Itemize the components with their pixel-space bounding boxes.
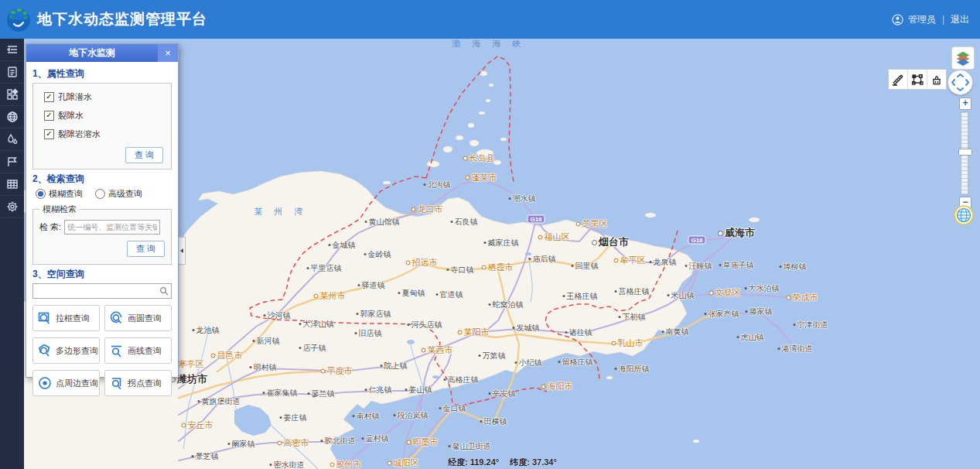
sidebar-item-settings[interactable] [0, 196, 24, 218]
pan-compass[interactable] [948, 70, 973, 95]
sidebar-item-flag[interactable] [0, 151, 24, 173]
search-icon [159, 286, 169, 296]
fuzzy-query-button[interactable]: 查 询 [127, 241, 165, 257]
checkbox-label: 孔隙潜水 [58, 91, 92, 103]
document-icon [6, 66, 19, 78]
longitude-label: 经度: [448, 457, 468, 467]
line-search-icon [109, 343, 125, 358]
checkbox-label: 裂隙岩溶水 [58, 128, 101, 140]
circle-query-button[interactable]: 画圆查询 [104, 305, 172, 331]
vertex-query-button[interactable]: 拐点查询 [104, 370, 172, 396]
panel-header[interactable]: 地下水监测 × [26, 44, 178, 62]
page-title: 地下水动态监测管理平台 [37, 9, 207, 29]
circle-search-icon [109, 310, 125, 326]
attribute-query-title: 1、属性查询 [32, 67, 172, 80]
globe-icon [6, 111, 19, 123]
spatial-query-title: 3、空间查询 [32, 268, 172, 281]
radio-icon[interactable] [36, 189, 46, 199]
blocks-icon [6, 88, 19, 101]
zoom-slider: + − [958, 98, 971, 209]
radio-fuzzy-query[interactable]: 模糊查询 [36, 188, 83, 200]
checkbox-fissure-water[interactable]: ✓ 裂隙水 [44, 110, 163, 122]
longitude-value: 119.24° [470, 457, 499, 467]
table-icon [6, 178, 19, 190]
basemap-layers-button[interactable] [951, 46, 975, 70]
logout-button[interactable]: 退出 [951, 13, 969, 26]
polygon-search-icon [37, 343, 53, 358]
spatial-button-label: 点周边查询 [56, 378, 98, 389]
gear-icon [6, 200, 19, 213]
polygon-area-icon [910, 73, 924, 87]
panel-title: 地下水监测 [26, 46, 158, 60]
attribute-query-box: ✓ 孔隙潜水 ✓ 裂隙水 ✓ 裂隙岩溶水 查 询 [32, 83, 172, 169]
checkbox-icon[interactable]: ✓ [44, 92, 54, 102]
sidebar-item-menu[interactable] [0, 39, 24, 61]
latitude-label: 纬度: [510, 457, 530, 467]
groundwater-query-panel: 地下水监测 × 1、属性查询 ✓ 孔隙潜水 ✓ 裂隙水 ✓ 裂隙岩溶水 查 询 … [26, 43, 179, 378]
search-query-title: 2、检索查询 [32, 173, 172, 186]
full-extent-globe-icon [954, 205, 974, 225]
search-mode-radios: 模糊查询 高级查询 [36, 188, 172, 200]
measure-area-button[interactable] [908, 70, 927, 89]
vertex-search-icon [109, 375, 125, 391]
layers-icon [954, 50, 971, 67]
keyword-search-input[interactable] [64, 220, 160, 234]
clear-icon [930, 73, 944, 87]
radio-label: 模糊查询 [49, 188, 83, 200]
full-extent-button[interactable] [954, 205, 974, 225]
point-buffer-icon [37, 375, 53, 391]
user-icon [892, 14, 903, 26]
latitude-value: 37.34° [532, 457, 557, 467]
water-drops-icon [6, 133, 19, 145]
radio-label: 高级查询 [108, 188, 142, 200]
attribute-query-button[interactable]: 查 询 [125, 147, 163, 163]
search-input-label: 检 索: [39, 221, 61, 233]
clear-graphics-button[interactable] [927, 70, 946, 89]
measure-distance-button[interactable] [889, 70, 908, 89]
ruler-icon [891, 73, 905, 87]
panel-close-button[interactable]: × [158, 44, 178, 62]
fuzzy-search-legend: 模糊检索 [39, 204, 80, 215]
point-buffer-query-button[interactable]: 点周边查询 [32, 370, 100, 396]
checkbox-icon[interactable]: ✓ [44, 129, 54, 139]
sidebar-item-groundwater[interactable] [0, 128, 24, 151]
radio-icon[interactable] [95, 189, 105, 199]
fuzzy-search-fieldset: 模糊检索 检 索: 查 询 [32, 204, 172, 265]
spatial-button-label: 拐点查询 [128, 378, 162, 389]
header-divider: | [942, 14, 944, 25]
rect-query-button[interactable]: 拉框查询 [32, 305, 100, 331]
spatial-button-label: 画圆查询 [128, 313, 162, 324]
menu-icon [6, 43, 19, 56]
sidebar-item-map[interactable] [0, 106, 24, 128]
checkbox-karst-water[interactable]: ✓ 裂隙岩溶水 [44, 128, 163, 140]
zoom-in-button[interactable]: + [959, 98, 971, 110]
checkbox-icon[interactable]: ✓ [44, 111, 54, 121]
app-header: 地下水动态监测管理平台 管理员 | 退出 [0, 0, 980, 39]
coordinate-readout: 经度: 119.24° 纬度: 37.34° [448, 457, 557, 468]
spatial-button-label: 拉框查询 [56, 313, 90, 324]
spatial-tools-grid: 拉框查询 画圆查询 多边形查询 画线查询 点周边查询 [32, 305, 172, 396]
zoom-handle[interactable] [958, 149, 972, 156]
radio-advanced-query[interactable]: 高级查询 [95, 188, 142, 200]
spatial-button-label: 多边形查询 [56, 345, 98, 357]
line-query-button[interactable]: 画线查询 [104, 337, 172, 364]
polygon-query-button[interactable]: 多边形查询 [32, 337, 100, 364]
user-name[interactable]: 管理员 [908, 13, 936, 26]
sidebar-item-blocks[interactable] [0, 84, 24, 106]
measure-toolbar [888, 69, 947, 90]
spatial-search-box [32, 283, 172, 299]
checkbox-label: 裂隙水 [58, 110, 84, 122]
sidebar-item-table[interactable] [0, 173, 24, 196]
spatial-search-input[interactable] [32, 283, 172, 299]
compass-icon [948, 70, 972, 94]
left-sidebar [0, 39, 24, 469]
checkbox-pore-water[interactable]: ✓ 孔隙潜水 [44, 91, 163, 103]
flag-icon [6, 156, 19, 168]
sidebar-item-document[interactable] [0, 61, 24, 84]
rect-search-icon [37, 310, 53, 326]
spatial-button-label: 画线查询 [128, 345, 162, 357]
app-logo-icon [5, 5, 32, 33]
